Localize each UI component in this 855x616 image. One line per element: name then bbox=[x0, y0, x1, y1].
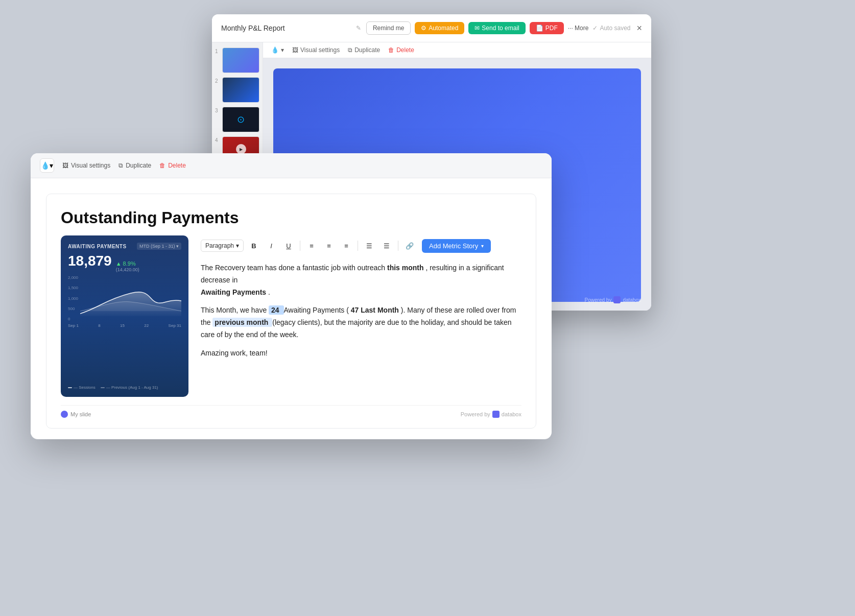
slide-thumb-2[interactable]: 2 bbox=[215, 77, 259, 103]
add-metric-chevron: ▾ bbox=[481, 243, 484, 249]
play-icon: ▶ bbox=[236, 144, 246, 154]
remind-me-button[interactable]: Remind me bbox=[366, 21, 411, 35]
numbered-list-button[interactable]: ☰ bbox=[379, 239, 394, 253]
powered-by-footer: Powered by databox bbox=[461, 411, 521, 418]
metric-widget: AWAITING PAYMENTS MTD (Sep 1 - 31) ▾ 18,… bbox=[61, 235, 188, 397]
page-title: Outstanding Payments bbox=[61, 208, 521, 227]
paragraph-3: Amazing work, team! bbox=[201, 347, 521, 360]
metric-label: AWAITING PAYMENTS bbox=[68, 244, 127, 249]
align-center-button[interactable]: ≡ bbox=[322, 239, 336, 253]
toolbar-separator-2 bbox=[358, 241, 358, 251]
text-editor: Paragraph ▾ B I U ≡ ≡ ≡ ☰ ☰ bbox=[201, 235, 521, 397]
check-icon: ✓ bbox=[592, 25, 598, 32]
slide-page: Outstanding Payments AWAITING PAYMENTS M… bbox=[46, 194, 536, 429]
previous-month-highlight: previous month bbox=[212, 318, 272, 327]
more-button[interactable]: ··· More bbox=[568, 25, 589, 32]
edit-icon[interactable]: ✎ bbox=[356, 25, 361, 32]
visual-settings-icon: 🖼 bbox=[292, 46, 298, 54]
toolbar-separator-3 bbox=[398, 241, 398, 251]
slide-thumbnail-3[interactable]: ⊙ bbox=[222, 107, 259, 132]
report-actions: Remind me ⚙ Automated ✉ Send to email 📄 … bbox=[366, 21, 642, 35]
metric-value: 18,879 bbox=[68, 253, 112, 269]
email-icon: ✉ bbox=[474, 25, 480, 32]
report-titlebar: Monthly P&L Report ✎ Remind me ⚙ Automat… bbox=[212, 14, 651, 42]
metric-legend: — Sessions — Previous (Aug 1 - Aug 31) bbox=[68, 385, 181, 390]
my-slide-label: My slide bbox=[61, 411, 91, 418]
my-slide-icon bbox=[61, 411, 68, 418]
paragraph-2: This Month, we have 24 Awaiting Payments… bbox=[201, 304, 521, 341]
send-to-email-button[interactable]: ✉ Send to email bbox=[468, 22, 525, 34]
duplicate-icon: ⧉ bbox=[118, 162, 123, 169]
duplicate-button[interactable]: ⧉ Duplicate bbox=[348, 46, 380, 54]
fg-duplicate-button[interactable]: ⧉ Duplicate bbox=[118, 162, 151, 169]
underline-button[interactable]: U bbox=[281, 239, 296, 253]
visual-settings-icon: 🖼 bbox=[62, 162, 68, 169]
report-title: Monthly P&L Report bbox=[221, 24, 349, 32]
legend-dot-sessions bbox=[68, 387, 72, 388]
drop-icon-button[interactable]: 💧 ▾ bbox=[271, 46, 284, 54]
pdf-icon: 📄 bbox=[536, 25, 543, 32]
align-left-button[interactable]: ≡ bbox=[304, 239, 319, 253]
auto-saved-button: ✓ Auto saved bbox=[592, 25, 630, 32]
metric-value-row: 18,879 ▲ 8.9% (14,420.00) bbox=[68, 253, 181, 272]
visual-settings-button[interactable]: 🖼 Visual settings bbox=[292, 46, 340, 54]
add-metric-story-button[interactable]: Add Metric Story ▾ bbox=[422, 239, 491, 253]
metric-prev-value: (14,420.00) bbox=[116, 267, 139, 272]
metric-change: ▲ 8.9% bbox=[116, 260, 139, 267]
delete-icon: 🗑 bbox=[159, 162, 165, 169]
editor-toolbar: Paragraph ▾ B I U ≡ ≡ ≡ ☰ ☰ bbox=[201, 235, 521, 256]
outstanding-payments-modal: 💧▾ 🖼 Visual settings ⧉ Duplicate 🗑 Delet… bbox=[31, 153, 552, 439]
duplicate-icon: ⧉ bbox=[348, 46, 352, 54]
legend-sessions: — Sessions bbox=[68, 385, 96, 390]
slide-footer: My slide Powered by databox bbox=[61, 405, 521, 418]
format-select[interactable]: Paragraph ▾ bbox=[201, 240, 244, 252]
slide-thumb-1[interactable]: 1 bbox=[215, 48, 259, 73]
fg-drop-icon-button[interactable]: 💧▾ bbox=[40, 158, 54, 173]
automated-button[interactable]: ⚙ Automated bbox=[415, 22, 464, 34]
pdf-button[interactable]: 📄 PDF bbox=[530, 22, 564, 34]
metric-x-labels: Sep 1 8 15 22 Sep 31 bbox=[68, 323, 181, 328]
page-content-row: AWAITING PAYMENTS MTD (Sep 1 - 31) ▾ 18,… bbox=[61, 235, 521, 397]
fg-toolbar: 💧▾ 🖼 Visual settings ⧉ Duplicate 🗑 Delet… bbox=[31, 153, 552, 178]
bold-awaiting-payments: Awaiting Payments bbox=[201, 288, 266, 296]
link-button[interactable]: 🔗 bbox=[402, 239, 417, 253]
editor-content[interactable]: The Recovery team has done a fantastic j… bbox=[201, 262, 521, 397]
databox-icon-footer bbox=[492, 411, 500, 418]
bullet-list-button[interactable]: ☰ bbox=[362, 239, 376, 253]
powered-by-bg: Powered by databox bbox=[585, 296, 641, 303]
delete-icon: 🗑 bbox=[388, 46, 394, 54]
slide-thumbnail-1[interactable] bbox=[222, 48, 259, 73]
number-24-highlight: 24 bbox=[269, 305, 283, 315]
bold-this-month: this month bbox=[387, 264, 424, 272]
align-right-button[interactable]: ≡ bbox=[339, 239, 353, 253]
slide-thumbnail-2[interactable] bbox=[222, 77, 259, 103]
fg-visual-settings-button[interactable]: 🖼 Visual settings bbox=[62, 162, 110, 169]
drop-chevron: ▾ bbox=[281, 46, 284, 54]
fg-body: Outstanding Payments AWAITING PAYMENTS M… bbox=[31, 178, 552, 439]
delete-button[interactable]: 🗑 Delete bbox=[388, 46, 414, 54]
italic-button[interactable]: I bbox=[264, 239, 278, 253]
automated-icon: ⚙ bbox=[421, 25, 426, 32]
bold-button[interactable]: B bbox=[247, 239, 261, 253]
format-select-chevron: ▾ bbox=[236, 242, 239, 249]
metric-period[interactable]: MTD (Sep 1 - 31) ▾ bbox=[137, 243, 181, 250]
metric-y-labels: 2,000 1,500 1,000 500 0 bbox=[68, 275, 78, 321]
slide-toolbar: 💧 ▾ 🖼 Visual settings ⧉ Duplicate 🗑 Dele… bbox=[263, 42, 651, 58]
chart-svg bbox=[80, 275, 181, 316]
databox-icon-bg bbox=[613, 296, 621, 303]
toolbar-separator-1 bbox=[300, 241, 300, 251]
close-button[interactable]: × bbox=[636, 23, 642, 34]
drop-icon: 💧 bbox=[271, 46, 279, 54]
legend-dot-previous bbox=[101, 387, 105, 388]
metric-chart: 2,000 1,500 1,000 500 0 bbox=[68, 275, 181, 382]
legend-previous: — Previous (Aug 1 - Aug 31) bbox=[101, 385, 158, 390]
slide-thumb-3[interactable]: 3 ⊙ bbox=[215, 107, 259, 132]
fg-slide-area: Outstanding Payments AWAITING PAYMENTS M… bbox=[31, 178, 552, 439]
paragraph-1: The Recovery team has done a fantastic j… bbox=[201, 262, 521, 298]
fg-delete-button[interactable]: 🗑 Delete bbox=[159, 162, 186, 169]
highlight-47-last-month: 47 Last Month bbox=[351, 306, 401, 314]
metric-header: AWAITING PAYMENTS MTD (Sep 1 - 31) ▾ bbox=[68, 243, 181, 250]
